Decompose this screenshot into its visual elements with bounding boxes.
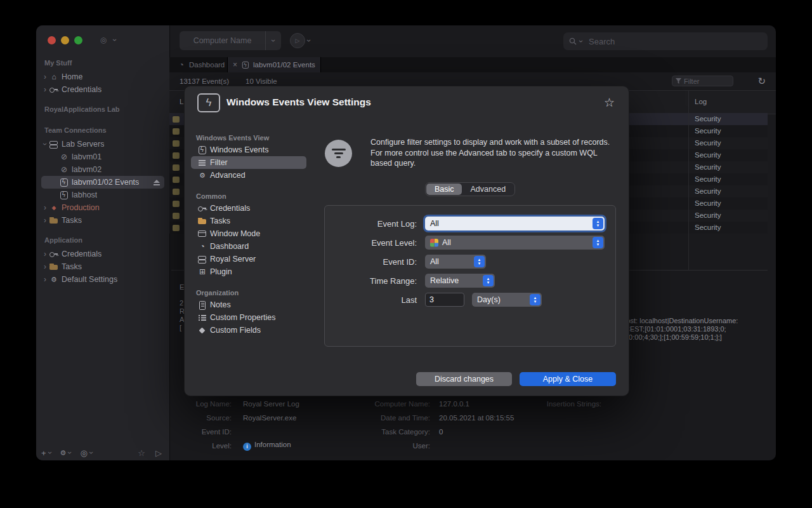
sidebar-item-labvm0102-events[interactable]: labvm01/02 Events — [41, 176, 164, 189]
nav-item-dashboard[interactable]: ◔Dashboard — [191, 240, 306, 253]
event-id-dropdown[interactable]: All — [425, 255, 486, 269]
app-menu-button[interactable]: ◎ — [98, 36, 119, 44]
windows-events-icon — [197, 93, 220, 112]
search-icon — [569, 37, 577, 45]
nav-item-credentials[interactable]: Credentials — [191, 202, 306, 215]
chevron-right-icon — [41, 203, 49, 212]
server-icon — [197, 255, 207, 264]
column-divider — [688, 90, 689, 270]
star-icon: ☆ — [138, 448, 145, 458]
play-icon: ▷ — [155, 448, 162, 458]
nav-item-notes[interactable]: Notes — [191, 298, 306, 311]
chevron-right-icon — [41, 262, 49, 271]
nav-item-window-mode[interactable]: Window Mode — [191, 227, 306, 240]
nav-item-custom-properties[interactable]: Custom Properties — [191, 311, 306, 324]
refresh-button[interactable]: ↻ — [757, 76, 766, 87]
filter-description: Configure filter settings to display and… — [370, 137, 614, 169]
actions-button[interactable]: ⚙ — [60, 448, 74, 457]
event-log-dropdown[interactable]: All — [425, 217, 605, 231]
sidebar: ◎ My Stuff ⌂ Home Credentials RoyalAppli… — [36, 25, 170, 460]
last-value-input[interactable] — [425, 293, 464, 307]
favorites-button[interactable]: ☆ — [138, 448, 145, 458]
sidebar-item-tasks[interactable]: Tasks — [41, 214, 164, 227]
time-range-label: Time Range: — [325, 276, 425, 286]
discard-changes-button[interactable]: Discard changes — [416, 372, 512, 386]
chevron-down-icon — [305, 36, 313, 45]
section-royalapplications-lab: RoyalApplications Lab — [44, 104, 120, 114]
nav-item-plugin[interactable]: ⊞Plugin — [191, 265, 306, 278]
basic-advanced-segments: Basic Advanced — [324, 182, 616, 196]
nav-item-tasks[interactable]: Tasks — [191, 215, 306, 227]
target-icon: ◎ — [98, 36, 108, 44]
column-log[interactable]: Log — [695, 98, 707, 105]
section-team-connections: Team Connections — [44, 125, 107, 135]
nav-item-advanced[interactable]: ⚙Advanced — [191, 169, 306, 182]
log-name-label: Log Name: — [174, 400, 232, 408]
apply-close-button[interactable]: Apply & Close — [520, 372, 616, 386]
sidebar-item-labvm01[interactable]: ⊘ labvm01 — [41, 150, 164, 163]
audit-key-icon — [173, 213, 180, 219]
close-tab-icon[interactable] — [233, 60, 237, 69]
computer-name-dropdown[interactable] — [265, 31, 281, 50]
view-button[interactable]: ◎ — [80, 448, 95, 458]
task-category-label: Task Category: — [348, 428, 430, 436]
minimize-window-button[interactable] — [61, 36, 69, 44]
folder-icon — [49, 216, 58, 225]
visible-count: 10 Visible — [246, 77, 277, 85]
event-level-dropdown[interactable]: All — [425, 236, 605, 250]
search-input[interactable] — [563, 32, 768, 50]
chevron-right-icon — [41, 72, 49, 81]
nav-item-custom-fields[interactable]: Custom Fields — [191, 324, 306, 337]
nav-item-windows-events[interactable]: Windows Events — [191, 144, 306, 156]
detail-fragment: 00:00;4;30;];[1;00:59:59;10;1;];] — [625, 333, 722, 341]
stepper-icon — [593, 237, 603, 248]
traffic-lights — [48, 36, 82, 44]
date-time-value: 20.05.2021 at 08:15:55 — [439, 414, 514, 422]
nav-item-filter[interactable]: Filter — [191, 156, 306, 169]
favorite-star-icon[interactable]: ☆ — [604, 95, 615, 110]
dashboard-icon: ◔ — [176, 60, 187, 69]
connect-button[interactable]: ▷ — [155, 448, 162, 458]
connect-toolbar-button[interactable]: ▷ — [290, 33, 319, 48]
close-window-button[interactable] — [48, 36, 56, 44]
last-unit-dropdown[interactable]: Day(s) — [472, 293, 542, 307]
tab-events-active[interactable]: labvm01/02 Events — [227, 57, 321, 72]
segment-basic[interactable]: Basic — [426, 184, 462, 195]
stepper-icon — [474, 256, 485, 267]
chevron-down-icon — [270, 36, 277, 45]
sidebar-item-lab-servers[interactable]: Lab Servers — [41, 138, 164, 150]
add-button[interactable]: + — [41, 448, 54, 458]
home-icon: ⌂ — [49, 72, 59, 81]
sidebar-item-credentials[interactable]: Credentials — [41, 83, 164, 96]
nav-group-windows-events-view: Windows Events View — [196, 132, 269, 144]
tab-dashboard[interactable]: ◔ Dashboard — [171, 57, 230, 72]
sidebar-item-labhost[interactable]: labhost — [41, 189, 164, 201]
sidebar-item-default-settings[interactable]: ⚙ Default Settings — [41, 273, 164, 286]
sidebar-item-app-tasks[interactable]: Tasks — [41, 260, 164, 273]
nav-item-royal-server[interactable]: Royal Server — [191, 253, 306, 265]
key-icon — [49, 85, 58, 94]
windows-events-icon — [197, 145, 207, 154]
audit-key-icon — [173, 201, 180, 207]
settings-dialog: Windows Events View Settings ☆ Windows E… — [184, 86, 629, 396]
sidebar-item-production[interactable]: ◆ Production — [41, 201, 164, 214]
column-level[interactable]: L — [180, 98, 183, 105]
segment-advanced[interactable]: Advanced — [462, 184, 514, 195]
diamond-icon — [197, 326, 207, 335]
zoom-window-button[interactable] — [74, 36, 82, 44]
audit-key-icon — [173, 140, 180, 147]
level-value: iInformation — [243, 441, 291, 451]
filter-field[interactable] — [672, 76, 733, 86]
sidebar-item-app-credentials[interactable]: Credentials — [41, 248, 164, 260]
nav-group-organization: Organization — [196, 287, 239, 298]
sidebar-item-home[interactable]: ⌂ Home — [41, 70, 164, 83]
search-field[interactable] — [563, 32, 768, 50]
audit-key-icon — [173, 177, 180, 183]
audit-key-icon — [173, 116, 180, 123]
eject-icon[interactable] — [153, 179, 160, 186]
audit-key-icon — [173, 225, 180, 231]
connection-icon: ⊘ — [59, 152, 69, 161]
time-range-dropdown[interactable]: Relative — [425, 274, 495, 288]
sidebar-item-labvm02[interactable]: ⊘ labvm02 — [41, 163, 164, 176]
computer-name-button[interactable]: Computer Name — [180, 31, 281, 50]
